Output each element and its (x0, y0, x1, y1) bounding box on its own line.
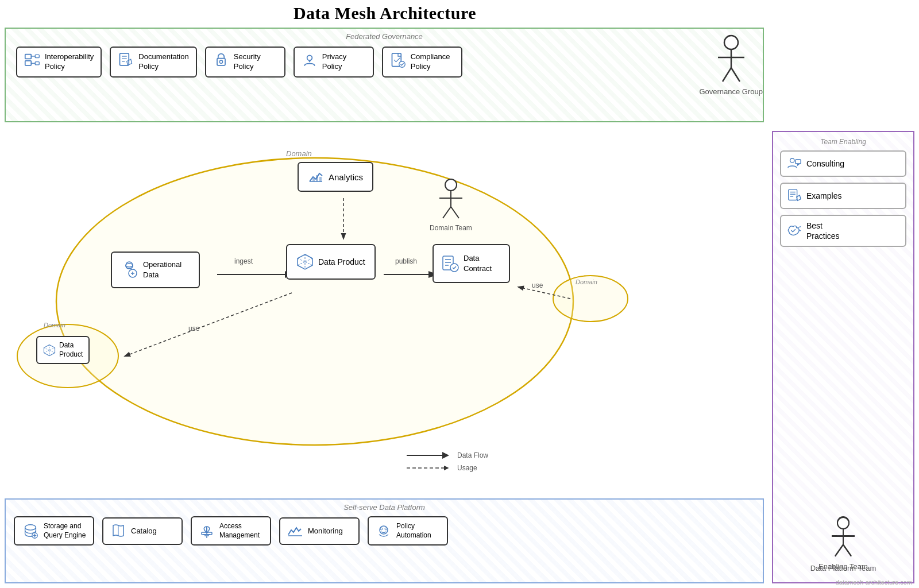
page-container: Data Mesh Architecture Federated Governa… (0, 0, 919, 588)
enabling-item-consulting: Consulting (780, 150, 906, 177)
policy-automation-icon (376, 523, 392, 539)
svg-rect-10 (217, 59, 225, 65)
consulting-label: Consulting (806, 159, 844, 168)
svg-rect-1 (25, 61, 32, 65)
svg-point-72 (790, 158, 794, 163)
catalog-label: Catalog (131, 527, 157, 535)
small-data-product-icon (43, 344, 56, 357)
operational-data-icon (120, 261, 138, 279)
security-label: SecurityPolicy (234, 52, 261, 72)
data-contract-box: DataContract (433, 244, 510, 283)
enabling-team-figure-area: Enabling Team (780, 253, 906, 577)
svg-line-82 (843, 545, 851, 556)
small-domain-left-label: Domain (44, 322, 65, 328)
storage-icon (22, 523, 39, 540)
svg-rect-31 (319, 177, 322, 181)
storage-label: Storage andQuery Engine (44, 522, 86, 540)
platform-box-monitoring: Monitoring (279, 517, 360, 545)
data-flow-arrow (407, 451, 453, 459)
ingest-label: ingest (234, 257, 253, 265)
governance-group-label: Governance Group (699, 87, 763, 96)
access-label: AccessManagement (219, 522, 260, 540)
domain-team-label: Domain Team (430, 224, 472, 232)
platform-box-catalog: Catalog (102, 517, 183, 545)
interoperability-icon (24, 52, 40, 72)
catalog-icon (110, 523, 126, 539)
svg-point-11 (219, 60, 222, 63)
privacy-icon (302, 52, 318, 72)
federated-governance-label: Federated Governance (6, 32, 763, 41)
analytics-box: Analytics (298, 162, 373, 192)
svg-point-65 (380, 528, 383, 530)
usage-legend: Usage (407, 464, 488, 472)
governance-group-area: Governance Group (699, 34, 763, 96)
monitoring-label: Monitoring (308, 527, 343, 535)
best-practices-label: BestPractices (806, 220, 840, 241)
svg-rect-74 (789, 189, 797, 200)
svg-line-18 (723, 68, 731, 82)
svg-rect-30 (316, 175, 318, 181)
self-serve-label: Self-serve Data Platform (6, 503, 763, 512)
documentation-label: DocumentationPolicy (138, 52, 188, 72)
interoperability-label: InteroperabilityPolicy (45, 52, 94, 72)
svg-point-66 (385, 528, 387, 530)
usage-arrow (407, 464, 453, 472)
domain-svg (5, 132, 764, 495)
svg-point-57 (25, 524, 36, 529)
privacy-label: PrivacyPolicy (322, 52, 347, 72)
svg-rect-0 (25, 55, 32, 59)
examples-label: Examples (806, 191, 841, 200)
platform-box-storage: Storage andQuery Engine (14, 516, 94, 546)
analytics-label: Analytics (329, 172, 363, 182)
compliance-icon (390, 52, 406, 72)
operational-data-box: OperationalData (111, 252, 200, 288)
svg-point-78 (837, 517, 849, 529)
analytics-icon (308, 169, 324, 185)
domain-team-stick (434, 178, 468, 224)
small-domain-right-label: Domain (576, 278, 597, 285)
data-contract-label: DataContract (464, 253, 492, 274)
data-product-main-label: Data Product (318, 257, 365, 266)
svg-line-81 (835, 545, 843, 556)
svg-line-50 (451, 207, 459, 218)
consulting-icon (787, 156, 802, 171)
access-icon (199, 523, 215, 539)
compliance-label: CompliancePolicy (411, 52, 450, 72)
enabling-team-stick (826, 516, 860, 562)
page-title: Data Mesh Architecture (0, 3, 770, 23)
policy-automation-label: PolicyAutomation (396, 522, 431, 540)
enabling-item-best-practices: BestPractices (780, 215, 906, 247)
self-serve-region: Self-serve Data Platform Storage andQuer… (5, 498, 764, 583)
data-flow-legend: Data Flow (407, 451, 488, 459)
enabling-item-examples: Examples (780, 183, 906, 209)
use-right-label: use (532, 281, 543, 289)
usage-label: Usage (457, 464, 477, 472)
team-enabling-top-label: Team Enabling (780, 138, 906, 146)
legend: Data Flow Usage (407, 451, 488, 472)
policy-box-privacy: PrivacyPolicy (294, 47, 374, 78)
monitoring-icon (287, 523, 303, 539)
security-icon (213, 52, 229, 72)
svg-rect-4 (35, 55, 39, 57)
documentation-icon (118, 52, 134, 72)
small-data-product-box: DataProduct (36, 336, 90, 364)
domain-team-figure: Domain Team (430, 178, 472, 232)
platform-box-policy-auto: PolicyAutomation (368, 516, 448, 546)
domain-label: Domain (286, 149, 312, 158)
data-product-main-icon (296, 253, 314, 270)
operational-data-label: OperationalData (143, 260, 182, 280)
svg-point-15 (724, 36, 738, 49)
svg-point-20 (56, 158, 573, 445)
platform-box-access: AccessManagement (191, 516, 271, 546)
policy-box-compliance: CompliancePolicy (382, 47, 462, 78)
enabling-team-label: Enabling Team (818, 562, 868, 571)
best-practices-icon (787, 223, 802, 238)
domain-main-region: Domain Analytics OperationalData (5, 132, 764, 495)
svg-point-33 (126, 264, 133, 267)
federated-governance-region: Federated Governance InteroperabilityPol… (5, 28, 764, 122)
policy-box-security: SecurityPolicy (205, 47, 285, 78)
svg-line-49 (443, 207, 451, 218)
svg-rect-5 (35, 62, 39, 65)
policy-box-documentation: DocumentationPolicy (110, 47, 196, 78)
svg-point-46 (445, 179, 457, 191)
